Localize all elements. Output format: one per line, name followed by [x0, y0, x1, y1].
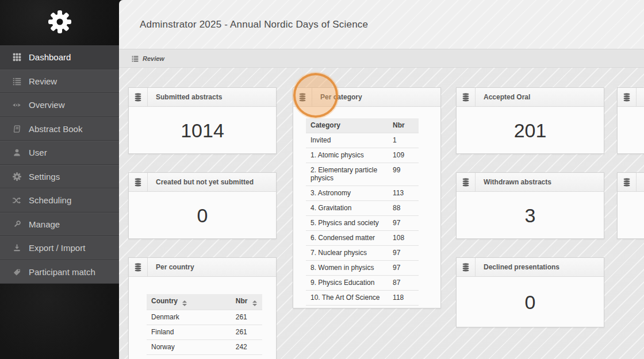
card-accepted-oral[interactable]: Accepted Oral 201 — [456, 87, 604, 154]
sidebar-item-overview[interactable]: Overview — [0, 93, 119, 117]
list-icon — [12, 76, 21, 86]
sidebar-item-participant-match[interactable]: Participant match — [0, 260, 119, 284]
download-icon — [12, 244, 21, 253]
card-title: Submitted abstracts — [148, 88, 222, 106]
table-row: 10. The Art Of Science118 — [306, 291, 419, 306]
sidebar-item-label: Dashboard — [29, 52, 71, 62]
table-row: 6. Condensed matter108 — [306, 231, 419, 246]
card-value: 0 — [129, 192, 276, 239]
sidebar-item-label: Abstract Book — [29, 124, 82, 134]
sidebar-item-review[interactable]: Review — [0, 70, 119, 94]
card-value: 1014 — [129, 107, 276, 154]
card-title: Per country — [148, 258, 194, 276]
database-icon — [457, 173, 476, 191]
card-created-not-submitted[interactable]: Created but not yet submitted 0 — [128, 172, 277, 239]
column-header-category: Category — [306, 118, 388, 133]
sidebar-item-user[interactable]: User — [0, 141, 119, 165]
column-header-nbr[interactable]: Nbr — [231, 294, 262, 310]
table-row: Invited1 — [306, 133, 419, 148]
dashboard-cards: Submitted abstracts 1014 Created but not… — [119, 68, 644, 359]
sidebar-item-label: Manage — [29, 219, 60, 229]
card-header: Submitted abstracts — [129, 88, 276, 107]
table-row: Norway242 — [147, 340, 262, 355]
database-icon — [129, 88, 148, 106]
sidebar-item-label: User — [29, 148, 47, 157]
card-header: Accepted Oral — [457, 88, 604, 107]
card-value: 201 — [457, 107, 604, 154]
table-row: Finland261 — [147, 325, 262, 340]
card-partial-top[interactable]: A — [617, 87, 644, 154]
table-row: 9. Physics Education87 — [306, 276, 419, 291]
column-header-nbr: Nbr — [388, 118, 419, 133]
sidebar-item-label: Settings — [29, 172, 60, 182]
table-row: 4. Gravitation88 — [306, 201, 419, 216]
breadcrumb-label: Review — [143, 55, 164, 62]
sidebar: Dashboard Review Overview — [0, 0, 119, 359]
database-icon — [618, 173, 637, 191]
card-value — [618, 107, 644, 154]
card-header: Created but not yet submitted — [129, 173, 276, 192]
gear-icon — [48, 10, 71, 36]
card-header: A — [618, 88, 644, 107]
database-icon — [129, 173, 148, 191]
book-icon — [12, 124, 21, 133]
list-icon — [132, 55, 139, 62]
card-per-category[interactable]: Per category Category Nbr Invited11. Ato… — [293, 87, 441, 308]
per-country-table: Country Nbr Denmark261Finland261Norway24… — [147, 294, 262, 359]
sidebar-item-settings[interactable]: Settings — [0, 165, 119, 189]
database-icon — [618, 88, 637, 106]
card-title: A — [637, 88, 644, 106]
table-row: 8. Women in physics97 — [306, 261, 419, 276]
sidebar-item-scheduling[interactable]: Scheduling — [0, 188, 119, 213]
card-title: C — [637, 173, 644, 191]
database-icon — [457, 88, 476, 106]
wrench-icon — [12, 219, 21, 229]
card-header: Declined presentations — [457, 258, 604, 277]
table-row: Denmark261 — [147, 310, 262, 325]
card-withdrawn-abstracts[interactable]: Withdrawn abstracts 3 — [456, 172, 604, 239]
per-category-table: Category Nbr Invited11. Atomic physics10… — [306, 118, 419, 306]
card-title: Created but not yet submitted — [148, 173, 254, 191]
grid-icon — [12, 53, 21, 62]
card-title: Withdrawn abstracts — [476, 173, 551, 191]
card-per-country[interactable]: Per country Country Nbr Denm — [128, 257, 277, 359]
card-value: 3 — [457, 192, 604, 239]
sidebar-item-abstract-book[interactable]: Abstract Book — [0, 117, 119, 141]
sidebar-item-label: Scheduling — [29, 195, 71, 205]
column-header-country[interactable]: Country — [147, 294, 231, 310]
database-icon — [293, 88, 312, 106]
table-row: 2. Elementary particle physics99 — [306, 163, 419, 186]
sidebar-filler — [0, 284, 119, 359]
sidebar-item-label: Participant match — [29, 267, 95, 277]
card-title: Per category — [312, 88, 362, 106]
card-header: Withdrawn abstracts — [457, 173, 604, 192]
page-title: Adminstrator 2025 - Annual Nordic Days o… — [140, 19, 368, 30]
sidebar-item-export-import[interactable]: Export / Import — [0, 236, 119, 260]
card-header: Per country — [129, 258, 276, 277]
card-value: 0 — [457, 277, 604, 327]
tag-icon — [12, 267, 21, 276]
sidebar-item-dashboard[interactable]: Dashboard — [0, 45, 119, 70]
user-icon — [12, 148, 21, 157]
card-header: C — [618, 173, 644, 192]
sidebar-item-manage[interactable]: Manage — [0, 213, 119, 237]
gear-icon — [12, 172, 21, 181]
sidebar-item-label: Overview — [29, 100, 65, 110]
database-icon — [457, 258, 476, 276]
card-title: Declined presentations — [476, 258, 559, 276]
breadcrumb[interactable]: Review — [119, 49, 644, 68]
table-row: 7. Nuclear physics97 — [306, 246, 419, 261]
shuffle-icon — [12, 196, 21, 205]
sidebar-menu: Dashboard Review Overview — [0, 45, 119, 284]
card-declined-presentations[interactable]: Declined presentations 0 — [456, 257, 604, 327]
table-row: Portugal1 — [147, 355, 262, 359]
card-submitted-abstracts[interactable]: Submitted abstracts 1014 — [128, 87, 277, 154]
database-icon — [129, 258, 148, 276]
eye-icon — [12, 101, 21, 110]
card-partial-bottom[interactable]: C — [617, 172, 644, 239]
app-logo — [0, 0, 119, 45]
main-content: Adminstrator 2025 - Annual Nordic Days o… — [119, 0, 644, 359]
sidebar-item-label: Export / Import — [29, 243, 85, 253]
table-row: 3. Astronomy113 — [306, 186, 419, 201]
titlebar: Adminstrator 2025 - Annual Nordic Days o… — [119, 0, 644, 49]
